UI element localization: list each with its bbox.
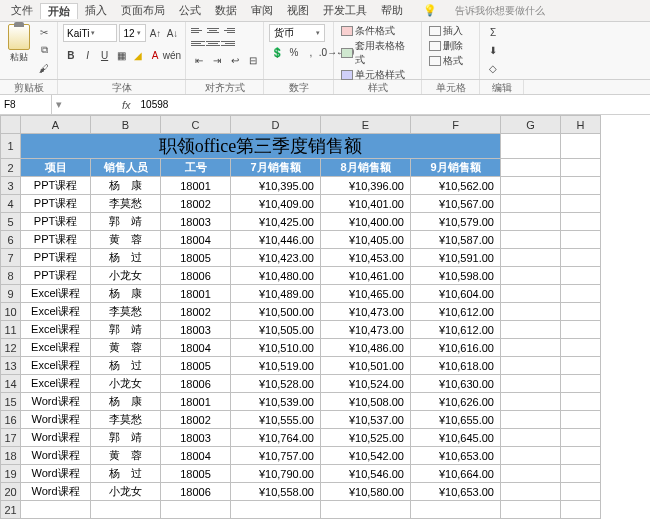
cell[interactable]: ¥10,409.00 xyxy=(231,195,321,213)
cell[interactable] xyxy=(501,134,561,159)
tab-home[interactable]: 开始 xyxy=(40,3,78,19)
cell[interactable]: ¥10,465.00 xyxy=(321,285,411,303)
border-button[interactable]: ▦ xyxy=(113,47,129,63)
cell[interactable]: ¥10,653.00 xyxy=(411,483,501,501)
cell[interactable]: PPT课程 xyxy=(21,231,91,249)
cell[interactable]: 杨 康 xyxy=(91,393,161,411)
cell[interactable]: 18005 xyxy=(161,357,231,375)
cell[interactable]: Word课程 xyxy=(21,483,91,501)
conditional-format-button[interactable]: 条件格式 xyxy=(339,24,397,38)
cell[interactable]: 李莫愁 xyxy=(91,411,161,429)
cell[interactable]: ¥10,508.00 xyxy=(321,393,411,411)
cell[interactable]: Excel课程 xyxy=(21,375,91,393)
cell[interactable] xyxy=(501,303,561,321)
row-header[interactable]: 2 xyxy=(1,159,21,177)
cell[interactable]: 18005 xyxy=(161,465,231,483)
cell[interactable]: ¥10,461.00 xyxy=(321,267,411,285)
cell[interactable]: Word课程 xyxy=(21,393,91,411)
font-size-select[interactable]: 12▾ xyxy=(119,24,146,42)
cell[interactable]: Excel课程 xyxy=(21,357,91,375)
font-name-select[interactable]: KaiTi▾ xyxy=(63,24,117,42)
cell[interactable] xyxy=(501,267,561,285)
cell[interactable] xyxy=(561,375,601,393)
cell[interactable]: 18006 xyxy=(161,267,231,285)
header-cell[interactable]: 8月销售额 xyxy=(321,159,411,177)
row-header[interactable]: 16 xyxy=(1,411,21,429)
cell[interactable]: 杨 过 xyxy=(91,249,161,267)
row-header[interactable]: 19 xyxy=(1,465,21,483)
col-header[interactable]: A xyxy=(21,116,91,134)
cell[interactable] xyxy=(501,321,561,339)
cell[interactable]: ¥10,558.00 xyxy=(231,483,321,501)
number-format-select[interactable]: 货币▾ xyxy=(269,24,325,42)
cell[interactable]: ¥10,395.00 xyxy=(231,177,321,195)
cell[interactable] xyxy=(561,429,601,447)
cell[interactable] xyxy=(501,465,561,483)
tab-review[interactable]: 审阅 xyxy=(244,3,280,18)
cell[interactable]: 18002 xyxy=(161,195,231,213)
italic-button[interactable]: I xyxy=(80,47,96,63)
row-header[interactable]: 9 xyxy=(1,285,21,303)
cell[interactable]: ¥10,489.00 xyxy=(231,285,321,303)
cell[interactable] xyxy=(501,357,561,375)
row-header[interactable]: 21 xyxy=(1,501,21,519)
cell[interactable]: 18003 xyxy=(161,213,231,231)
cell[interactable] xyxy=(501,447,561,465)
cell[interactable]: ¥10,626.00 xyxy=(411,393,501,411)
cell[interactable]: 小龙女 xyxy=(91,375,161,393)
cell[interactable]: ¥10,425.00 xyxy=(231,213,321,231)
format-cells-button[interactable]: 格式 xyxy=(427,54,465,68)
row-header[interactable]: 5 xyxy=(1,213,21,231)
cell[interactable]: Excel课程 xyxy=(21,285,91,303)
cell[interactable]: ¥10,396.00 xyxy=(321,177,411,195)
tab-insert[interactable]: 插入 xyxy=(78,3,114,18)
row-header[interactable]: 11 xyxy=(1,321,21,339)
row-header[interactable]: 1 xyxy=(1,134,21,159)
cell[interactable]: Excel课程 xyxy=(21,321,91,339)
cell[interactable] xyxy=(561,447,601,465)
cell[interactable]: 18003 xyxy=(161,429,231,447)
cell[interactable]: 18001 xyxy=(161,177,231,195)
cell[interactable]: ¥10,598.00 xyxy=(411,267,501,285)
autosum-button[interactable]: Σ xyxy=(485,24,501,40)
cell[interactable]: 黄 蓉 xyxy=(91,339,161,357)
cell[interactable] xyxy=(561,231,601,249)
header-cell[interactable]: 9月销售额 xyxy=(411,159,501,177)
cell[interactable]: ¥10,579.00 xyxy=(411,213,501,231)
col-header[interactable]: D xyxy=(231,116,321,134)
cell[interactable] xyxy=(561,339,601,357)
cell[interactable]: Excel课程 xyxy=(21,303,91,321)
cell[interactable]: ¥10,446.00 xyxy=(231,231,321,249)
cell[interactable] xyxy=(501,195,561,213)
cell[interactable]: ¥10,580.00 xyxy=(321,483,411,501)
decrease-indent-button[interactable]: ⇤ xyxy=(191,52,207,68)
cell[interactable] xyxy=(501,483,561,501)
cell[interactable] xyxy=(411,501,501,519)
clear-button[interactable]: ◇ xyxy=(485,60,501,76)
cell[interactable] xyxy=(561,501,601,519)
cell[interactable]: 郭 靖 xyxy=(91,213,161,231)
cell[interactable]: 杨 过 xyxy=(91,357,161,375)
merge-button[interactable]: ⊟ xyxy=(245,52,261,68)
col-header[interactable]: B xyxy=(91,116,161,134)
select-all-corner[interactable] xyxy=(1,116,21,134)
cell[interactable]: ¥10,473.00 xyxy=(321,303,411,321)
row-header[interactable]: 8 xyxy=(1,267,21,285)
cell[interactable] xyxy=(561,321,601,339)
currency-button[interactable]: 💲 xyxy=(269,44,285,60)
title-cell[interactable]: 职领office第三季度销售额 xyxy=(21,134,501,159)
cell[interactable]: ¥10,612.00 xyxy=(411,303,501,321)
cell[interactable]: 郭 靖 xyxy=(91,321,161,339)
cell[interactable] xyxy=(501,501,561,519)
tab-layout[interactable]: 页面布局 xyxy=(114,3,172,18)
cell[interactable] xyxy=(501,375,561,393)
cell[interactable]: PPT课程 xyxy=(21,249,91,267)
cell[interactable] xyxy=(91,501,161,519)
cell[interactable] xyxy=(561,249,601,267)
col-header[interactable]: G xyxy=(501,116,561,134)
worksheet[interactable]: ABCDEFGH1职领office第三季度销售额2项目销售人员工号7月销售额8月… xyxy=(0,115,650,530)
cell[interactable]: ¥10,405.00 xyxy=(321,231,411,249)
cell[interactable]: ¥10,546.00 xyxy=(321,465,411,483)
col-header[interactable]: H xyxy=(561,116,601,134)
decrease-font-button[interactable]: A↓ xyxy=(165,25,180,41)
